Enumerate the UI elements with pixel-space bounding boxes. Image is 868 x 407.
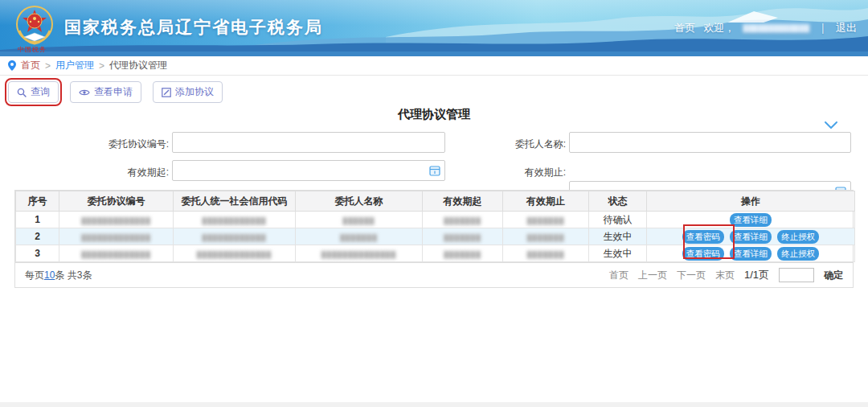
cell-valid-to-redacted: ███████: [527, 234, 565, 241]
cell-seq: 3: [16, 245, 59, 262]
agreements-table-container: 序号 委托协议编号 委托人统一社会信用代码 委托人名称 有效期起 有效期止 状态…: [14, 190, 854, 288]
per-page-summary: 每页10条 共3条: [25, 269, 92, 282]
cell-agreement-no-redacted: █████████████: [81, 234, 151, 241]
valid-to-label: 有效期止:: [447, 166, 566, 179]
nav-home-link[interactable]: 首页: [674, 21, 695, 35]
breadcrumb: 首页 > 用户管理 > 代理协议管理: [0, 56, 868, 76]
cell-credit-code-redacted: ████████████: [202, 234, 266, 241]
terminate-auth-button[interactable]: 终止授权: [777, 247, 819, 261]
pagination-bar: 每页10条 共3条 首页 上一页 下一页 末页 1/1页 确定: [15, 262, 853, 287]
prev-page-link[interactable]: 上一页: [638, 269, 667, 282]
cell-client-name-redacted: ██████████████: [321, 251, 396, 258]
query-button[interactable]: 查询: [8, 81, 59, 103]
top-navigation: 首页 欢迎， █████████████ ｜ 退出: [674, 21, 857, 35]
query-button-label: 查询: [31, 85, 50, 99]
view-detail-button[interactable]: 查看详细: [730, 213, 772, 227]
cell-client-name-redacted: ███████: [340, 234, 378, 241]
view-detail-button[interactable]: 查看详细: [730, 230, 772, 244]
cell-agreement-no-redacted: █████████████: [81, 217, 151, 224]
breadcrumb-separator: >: [45, 60, 51, 72]
cell-valid-from-redacted: ███████: [444, 217, 481, 224]
status-badge: 待确认: [589, 212, 647, 228]
agreement-no-label: 委托协议编号:: [14, 138, 169, 151]
eye-icon: [79, 88, 90, 97]
tax-bureau-emblem-logo: [13, 3, 56, 47]
cell-credit-code-redacted: ████████████: [202, 217, 266, 224]
valid-from-label: 有效期起:: [14, 166, 169, 179]
page-title: 代理协议管理: [0, 107, 868, 122]
calendar-icon[interactable]: [429, 165, 440, 176]
bottom-page-edge: [0, 402, 868, 407]
total-count: 共3条: [68, 269, 92, 281]
col-client-name: 委托人名称: [296, 191, 423, 212]
cell-credit-code-redacted: ██████████████: [197, 251, 272, 258]
pager-controls: 首页 上一页 下一页 末页 1/1页 确定: [609, 268, 843, 282]
welcome-label: 欢迎，: [703, 21, 735, 35]
cell-seq: 1: [16, 212, 59, 228]
add-agreement-button[interactable]: 添加协议: [153, 81, 223, 103]
logout-link[interactable]: 退出: [836, 21, 857, 35]
chevron-down-icon[interactable]: [825, 121, 837, 129]
confirm-page-button[interactable]: 确定: [824, 269, 843, 282]
valid-from-date-input[interactable]: [172, 160, 445, 181]
per-page-suffix: 条: [55, 269, 64, 281]
client-name-input[interactable]: [569, 132, 851, 153]
last-page-link[interactable]: 末页: [715, 269, 735, 282]
view-detail-button[interactable]: 查看详细: [730, 247, 772, 261]
breadcrumb-user-management[interactable]: 用户管理: [55, 59, 94, 72]
table-row: 1 █████████████ ████████████ ██████ ████…: [16, 212, 855, 228]
search-icon: [17, 88, 27, 97]
table-row: 3 █████████████ ██████████████ █████████…: [16, 245, 855, 262]
first-page-link[interactable]: 首页: [609, 269, 628, 282]
cell-valid-from-redacted: ███████: [444, 251, 481, 258]
col-actions: 操作: [647, 191, 855, 212]
col-agreement-no: 委托协议编号: [59, 191, 174, 212]
breadcrumb-home[interactable]: 首页: [21, 59, 40, 72]
cell-valid-from-redacted: ███████: [444, 234, 481, 241]
view-password-button[interactable]: 查看密码: [682, 230, 724, 244]
page-indicator: 1/1页: [744, 268, 769, 282]
terminate-auth-button[interactable]: 终止授权: [777, 230, 819, 244]
breadcrumb-separator: >: [99, 60, 104, 72]
location-pin-icon: [8, 60, 16, 71]
per-page-prefix: 每页: [25, 269, 44, 281]
cell-agreement-no-redacted: █████████████: [81, 251, 151, 258]
page-jump-input[interactable]: [779, 268, 814, 282]
red-seal-calligraphy: 中国税务: [18, 45, 47, 54]
col-seq: 序号: [16, 191, 59, 212]
username-redacted: █████████████: [743, 24, 809, 32]
col-status: 状态: [589, 191, 647, 212]
add-agreement-button-label: 添加协议: [175, 85, 214, 99]
cell-client-name-redacted: ██████: [342, 217, 375, 224]
cell-seq: 2: [16, 228, 59, 245]
site-title: 国家税务总局辽宁省电子税务局: [64, 16, 323, 39]
agreement-no-input[interactable]: [172, 132, 445, 153]
next-page-link[interactable]: 下一页: [677, 269, 706, 282]
view-application-button-label: 查看申请: [94, 85, 133, 99]
table-row: 2 █████████████ ████████████ ███████ ███…: [16, 228, 855, 245]
header-banner: 中国税务 国家税务总局辽宁省电子税务局 首页 欢迎， █████████████…: [0, 0, 868, 56]
status-badge: 生效中: [589, 245, 647, 262]
cell-valid-to-redacted: ███████: [527, 251, 565, 258]
view-password-button[interactable]: 查看密码: [682, 247, 724, 261]
toolbar: 查询 查看申请 添加协议: [8, 81, 223, 103]
client-name-label: 委托人名称:: [447, 138, 566, 151]
nav-divider: ｜: [817, 21, 828, 35]
col-valid-to: 有效期止: [503, 191, 589, 212]
table-header-row: 序号 委托协议编号 委托人统一社会信用代码 委托人名称 有效期起 有效期止 状态…: [16, 191, 855, 212]
col-valid-from: 有效期起: [423, 191, 503, 212]
status-badge: 生效中: [589, 228, 647, 245]
col-credit-code: 委托人统一社会信用代码: [174, 191, 296, 212]
breadcrumb-current-page: 代理协议管理: [109, 59, 167, 72]
edit-pencil-icon: [162, 88, 171, 97]
app-window: 中国税务 国家税务总局辽宁省电子税务局 首页 欢迎， █████████████…: [0, 0, 868, 407]
view-application-button[interactable]: 查看申请: [70, 81, 141, 103]
per-page-count-link[interactable]: 10: [44, 269, 55, 281]
agreements-table: 序号 委托协议编号 委托人统一社会信用代码 委托人名称 有效期起 有效期止 状态…: [15, 191, 855, 262]
cell-valid-to-redacted: ███████: [527, 217, 565, 224]
